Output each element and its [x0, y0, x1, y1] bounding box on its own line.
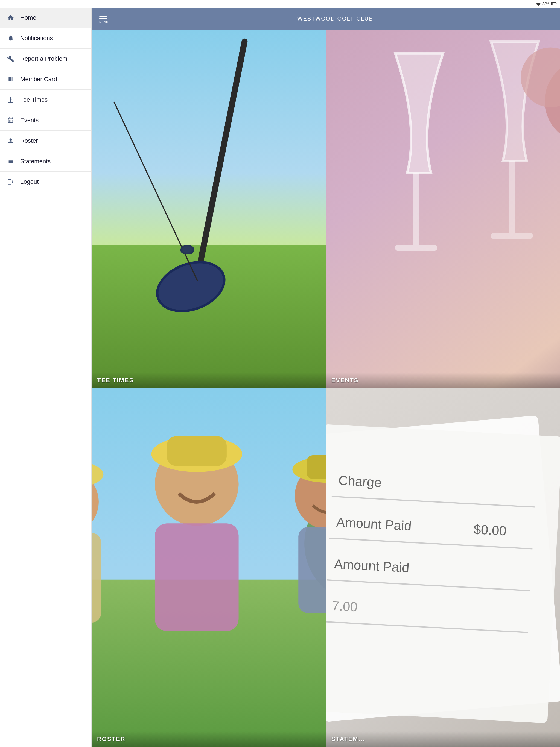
svg-text:$0.00: $0.00 — [473, 522, 507, 538]
menu-label: MENU — [99, 21, 108, 24]
sidebar-item-notifications-label: Notifications — [20, 35, 53, 42]
svg-rect-33 — [298, 527, 326, 613]
svg-text:7.00: 7.00 — [331, 598, 358, 614]
sidebar-item-tee-times-label: Tee Times — [20, 96, 48, 103]
list-icon — [6, 157, 15, 165]
status-bar: 32% — [0, 0, 560, 8]
battery-icon — [551, 2, 557, 5]
svg-rect-32 — [307, 455, 326, 479]
sidebar-item-report-problem[interactable]: Report a Problem — [0, 49, 91, 69]
svg-rect-25 — [155, 523, 238, 631]
tile-events-label: EVENTS — [326, 372, 560, 388]
barcode-icon — [6, 75, 15, 83]
sidebar: Home Notifications Report a Problem — [0, 8, 92, 747]
battery-percentage: 32% — [542, 2, 549, 6]
person-icon — [6, 137, 15, 145]
sidebar-item-logout[interactable]: Logout — [0, 172, 91, 192]
sidebar-item-statements[interactable]: Statements — [0, 151, 91, 172]
svg-rect-24 — [167, 436, 227, 466]
tile-roster-bg — [92, 388, 326, 747]
sidebar-item-member-card-label: Member Card — [20, 76, 57, 83]
sidebar-item-tee-times[interactable]: Tee Times — [0, 90, 91, 110]
tile-roster-label: ROSTER — [92, 731, 326, 747]
tile-roster[interactable]: ROSTER — [92, 388, 326, 747]
svg-rect-29 — [92, 533, 101, 623]
tile-statements-bg: Charge Amount Paid $0.00 Amount Paid 7.0… — [326, 388, 560, 747]
logout-icon — [6, 178, 15, 186]
home-icon — [6, 14, 15, 22]
sidebar-item-events[interactable]: 30 Events — [0, 110, 91, 131]
tile-tee-times-label: TEE TIMES — [92, 372, 326, 388]
sidebar-item-logout-label: Logout — [20, 178, 39, 185]
svg-rect-12 — [395, 245, 437, 251]
bell-icon — [6, 34, 15, 42]
svg-rect-14 — [491, 233, 533, 239]
app-header: MENU WESTWOOD GOLF CLUB — [92, 8, 560, 29]
sidebar-item-home-label: Home — [20, 14, 36, 21]
wifi-icon — [536, 2, 541, 6]
tile-statements-label: STATEM... — [326, 731, 560, 747]
sidebar-item-notifications[interactable]: Notifications — [0, 28, 91, 49]
svg-rect-2 — [551, 3, 553, 5]
svg-rect-13 — [509, 161, 515, 233]
menu-button[interactable]: MENU — [97, 11, 110, 26]
menu-line-2 — [99, 16, 107, 17]
svg-rect-11 — [413, 173, 419, 245]
tile-events-bg — [326, 29, 560, 388]
svg-rect-1 — [556, 3, 556, 5]
header-title: WESTWOOD GOLF CLUB — [116, 16, 555, 22]
sidebar-item-member-card[interactable]: Member Card — [0, 69, 91, 90]
main-content: MENU WESTWOOD GOLF CLUB — [92, 8, 560, 747]
wrench-icon — [6, 55, 15, 63]
tile-events[interactable]: EVENTS — [326, 29, 560, 388]
sidebar-item-home[interactable]: Home — [0, 8, 91, 28]
menu-line-1 — [99, 14, 107, 15]
sidebar-item-statements-label: Statements — [20, 158, 51, 165]
calendar-icon: 30 — [6, 116, 15, 124]
tile-statements[interactable]: Charge Amount Paid $0.00 Amount Paid 7.0… — [326, 388, 560, 747]
svg-rect-36 — [326, 424, 560, 723]
tiles-grid: TEE TIMES — [92, 29, 560, 747]
sidebar-item-events-label: Events — [20, 117, 39, 124]
tile-tee-times-bg — [92, 29, 326, 388]
sidebar-item-report-label: Report a Problem — [20, 55, 67, 62]
tee-icon — [6, 96, 15, 104]
menu-line-3 — [99, 18, 107, 19]
sidebar-item-roster[interactable]: Roster — [0, 131, 91, 151]
tile-tee-times[interactable]: TEE TIMES — [92, 29, 326, 388]
svg-text:30: 30 — [9, 120, 11, 122]
sidebar-item-roster-label: Roster — [20, 137, 38, 145]
app-container: Home Notifications Report a Problem — [0, 8, 560, 747]
svg-text:Charge: Charge — [338, 473, 382, 490]
